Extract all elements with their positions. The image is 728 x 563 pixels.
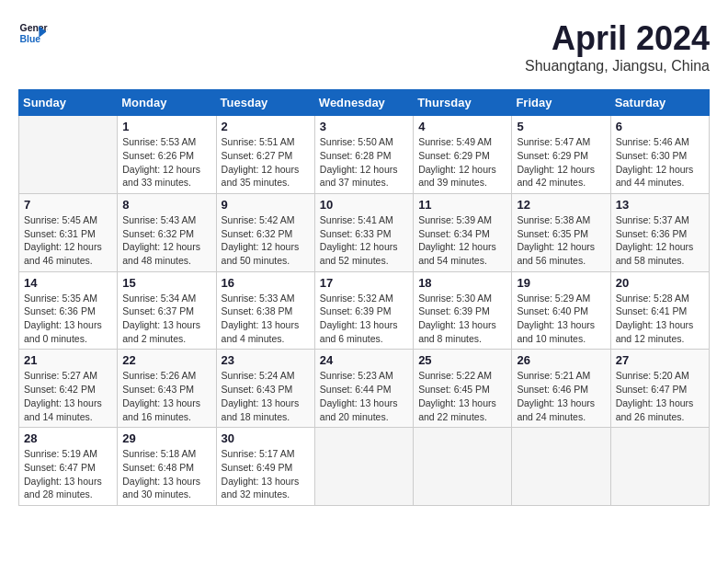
day-number: 22	[122, 353, 210, 367]
calendar-cell: 14Sunrise: 5:35 AM Sunset: 6:36 PM Dayli…	[19, 271, 118, 350]
day-number: 10	[320, 198, 408, 212]
day-number: 17	[320, 276, 408, 290]
day-info: Sunrise: 5:18 AM Sunset: 6:48 PM Dayligh…	[122, 447, 210, 501]
day-info: Sunrise: 5:33 AM Sunset: 6:38 PM Dayligh…	[222, 292, 310, 346]
calendar-cell: 6Sunrise: 5:46 AM Sunset: 6:30 PM Daylig…	[610, 116, 709, 194]
day-info: Sunrise: 5:42 AM Sunset: 6:32 PM Dayligh…	[222, 213, 310, 268]
day-number: 25	[418, 353, 506, 367]
day-number: 26	[517, 353, 605, 367]
calendar-cell: 4Sunrise: 5:49 AM Sunset: 6:29 PM Daylig…	[414, 116, 512, 194]
day-info: Sunrise: 5:39 AM Sunset: 6:34 PM Dayligh…	[418, 213, 506, 268]
calendar-cell: 22Sunrise: 5:26 AM Sunset: 6:43 PM Dayli…	[118, 350, 216, 428]
calendar-cell	[610, 428, 709, 506]
day-info: Sunrise: 5:37 AM Sunset: 6:36 PM Dayligh…	[616, 213, 704, 268]
day-info: Sunrise: 5:41 AM Sunset: 6:33 PM Dayligh…	[320, 213, 408, 268]
month-title: April 2024	[525, 18, 710, 58]
calendar-header-row: SundayMondayTuesdayWednesdayThursdayFrid…	[19, 90, 710, 116]
calendar-body: 1Sunrise: 5:53 AM Sunset: 6:26 PM Daylig…	[19, 116, 710, 506]
day-info: Sunrise: 5:23 AM Sunset: 6:44 PM Dayligh…	[320, 369, 408, 423]
day-info: Sunrise: 5:21 AM Sunset: 6:46 PM Dayligh…	[517, 369, 605, 423]
calendar-cell: 18Sunrise: 5:30 AM Sunset: 6:39 PM Dayli…	[414, 271, 512, 350]
day-number: 3	[320, 120, 408, 133]
day-info: Sunrise: 5:19 AM Sunset: 6:47 PM Dayligh…	[24, 447, 112, 501]
calendar-cell: 24Sunrise: 5:23 AM Sunset: 6:44 PM Dayli…	[314, 350, 413, 428]
day-number: 20	[616, 276, 704, 290]
day-info: Sunrise: 5:27 AM Sunset: 6:42 PM Dayligh…	[24, 369, 112, 423]
day-info: Sunrise: 5:24 AM Sunset: 6:43 PM Dayligh…	[222, 369, 310, 423]
calendar-cell	[414, 428, 512, 506]
day-info: Sunrise: 5:20 AM Sunset: 6:47 PM Dayligh…	[616, 369, 704, 423]
day-number: 8	[122, 198, 210, 212]
day-number: 13	[616, 198, 704, 212]
calendar-week-1: 1Sunrise: 5:53 AM Sunset: 6:26 PM Daylig…	[19, 116, 710, 194]
day-number: 24	[320, 353, 408, 367]
day-number: 16	[222, 276, 310, 290]
calendar-week-2: 7Sunrise: 5:45 AM Sunset: 6:31 PM Daylig…	[19, 193, 710, 271]
day-number: 7	[24, 198, 112, 212]
calendar-cell: 21Sunrise: 5:27 AM Sunset: 6:42 PM Dayli…	[19, 350, 118, 428]
day-number: 6	[616, 120, 704, 133]
day-info: Sunrise: 5:29 AM Sunset: 6:40 PM Dayligh…	[517, 292, 605, 346]
day-info: Sunrise: 5:38 AM Sunset: 6:35 PM Dayligh…	[517, 213, 605, 268]
calendar-week-5: 28Sunrise: 5:19 AM Sunset: 6:47 PM Dayli…	[19, 428, 710, 506]
day-info: Sunrise: 5:45 AM Sunset: 6:31 PM Dayligh…	[24, 213, 112, 268]
calendar-cell: 2Sunrise: 5:51 AM Sunset: 6:27 PM Daylig…	[216, 116, 314, 194]
calendar-cell: 29Sunrise: 5:18 AM Sunset: 6:48 PM Dayli…	[118, 428, 216, 506]
day-header-thursday: Thursday	[414, 90, 512, 116]
day-number: 19	[517, 276, 605, 290]
calendar-cell: 27Sunrise: 5:20 AM Sunset: 6:47 PM Dayli…	[610, 350, 709, 428]
day-info: Sunrise: 5:28 AM Sunset: 6:41 PM Dayligh…	[616, 292, 704, 346]
logo: General Blue	[18, 18, 48, 48]
day-number: 12	[517, 198, 605, 212]
calendar-cell: 9Sunrise: 5:42 AM Sunset: 6:32 PM Daylig…	[216, 193, 314, 271]
day-header-tuesday: Tuesday	[216, 90, 314, 116]
day-number: 1	[122, 120, 210, 133]
day-number: 2	[222, 120, 310, 133]
calendar-cell: 23Sunrise: 5:24 AM Sunset: 6:43 PM Dayli…	[216, 350, 314, 428]
title-block: April 2024 Shuangtang, Jiangsu, China	[525, 18, 710, 75]
day-info: Sunrise: 5:51 AM Sunset: 6:27 PM Dayligh…	[222, 135, 310, 190]
calendar-cell: 20Sunrise: 5:28 AM Sunset: 6:41 PM Dayli…	[610, 271, 709, 350]
day-info: Sunrise: 5:35 AM Sunset: 6:36 PM Dayligh…	[24, 292, 112, 346]
calendar-table: SundayMondayTuesdayWednesdayThursdayFrid…	[18, 89, 710, 506]
day-number: 9	[222, 198, 310, 212]
day-number: 18	[418, 276, 506, 290]
day-info: Sunrise: 5:17 AM Sunset: 6:49 PM Dayligh…	[222, 447, 310, 501]
calendar-cell	[19, 116, 118, 194]
day-number: 15	[122, 276, 210, 290]
day-info: Sunrise: 5:50 AM Sunset: 6:28 PM Dayligh…	[320, 135, 408, 190]
day-header-saturday: Saturday	[610, 90, 709, 116]
day-info: Sunrise: 5:32 AM Sunset: 6:39 PM Dayligh…	[320, 292, 408, 346]
calendar-cell: 5Sunrise: 5:47 AM Sunset: 6:29 PM Daylig…	[512, 116, 610, 194]
calendar-cell: 8Sunrise: 5:43 AM Sunset: 6:32 PM Daylig…	[118, 193, 216, 271]
calendar-cell	[314, 428, 413, 506]
day-number: 27	[616, 353, 704, 367]
day-info: Sunrise: 5:47 AM Sunset: 6:29 PM Dayligh…	[517, 135, 605, 190]
day-info: Sunrise: 5:34 AM Sunset: 6:37 PM Dayligh…	[122, 292, 210, 346]
day-info: Sunrise: 5:46 AM Sunset: 6:30 PM Dayligh…	[616, 135, 704, 190]
day-number: 4	[418, 120, 506, 133]
calendar-cell: 15Sunrise: 5:34 AM Sunset: 6:37 PM Dayli…	[118, 271, 216, 350]
calendar-cell: 10Sunrise: 5:41 AM Sunset: 6:33 PM Dayli…	[314, 193, 413, 271]
day-info: Sunrise: 5:49 AM Sunset: 6:29 PM Dayligh…	[418, 135, 506, 190]
day-number: 29	[122, 431, 210, 445]
calendar-cell: 30Sunrise: 5:17 AM Sunset: 6:49 PM Dayli…	[216, 428, 314, 506]
day-number: 14	[24, 276, 112, 290]
day-header-friday: Friday	[512, 90, 610, 116]
calendar-cell	[512, 428, 610, 506]
calendar-cell: 26Sunrise: 5:21 AM Sunset: 6:46 PM Dayli…	[512, 350, 610, 428]
day-info: Sunrise: 5:30 AM Sunset: 6:39 PM Dayligh…	[418, 292, 506, 346]
calendar-cell: 19Sunrise: 5:29 AM Sunset: 6:40 PM Dayli…	[512, 271, 610, 350]
logo-icon: General Blue	[18, 18, 48, 48]
calendar-cell: 1Sunrise: 5:53 AM Sunset: 6:26 PM Daylig…	[118, 116, 216, 194]
day-number: 28	[24, 431, 112, 445]
calendar-week-4: 21Sunrise: 5:27 AM Sunset: 6:42 PM Dayli…	[19, 350, 710, 428]
day-info: Sunrise: 5:26 AM Sunset: 6:43 PM Dayligh…	[122, 369, 210, 423]
calendar-cell: 28Sunrise: 5:19 AM Sunset: 6:47 PM Dayli…	[19, 428, 118, 506]
calendar-week-3: 14Sunrise: 5:35 AM Sunset: 6:36 PM Dayli…	[19, 271, 710, 350]
day-info: Sunrise: 5:22 AM Sunset: 6:45 PM Dayligh…	[418, 369, 506, 423]
calendar-cell: 11Sunrise: 5:39 AM Sunset: 6:34 PM Dayli…	[414, 193, 512, 271]
day-info: Sunrise: 5:53 AM Sunset: 6:26 PM Dayligh…	[122, 135, 210, 190]
calendar-cell: 12Sunrise: 5:38 AM Sunset: 6:35 PM Dayli…	[512, 193, 610, 271]
day-number: 11	[418, 198, 506, 212]
